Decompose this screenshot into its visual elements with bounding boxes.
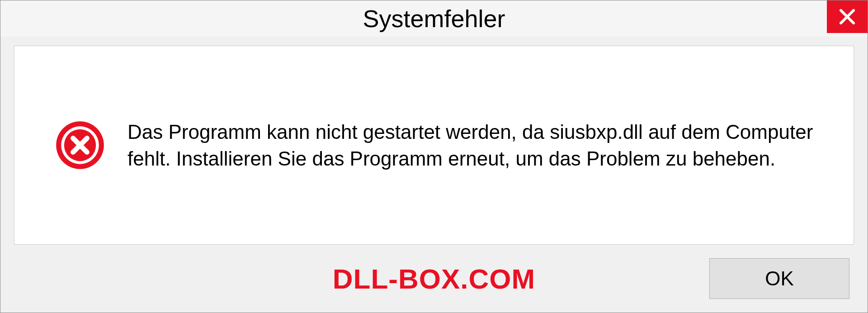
close-button[interactable] <box>827 0 868 33</box>
dialog-footer: DLL-BOX.COM OK <box>0 254 868 313</box>
content-area: Das Programm kann nicht gestartet werden… <box>14 46 854 245</box>
error-message: Das Programm kann nicht gestartet werden… <box>127 119 826 172</box>
error-dialog: Systemfehler Das Programm kann nicht ges… <box>0 0 868 313</box>
ok-button[interactable]: OK <box>709 258 849 299</box>
watermark-text: DLL-BOX.COM <box>333 263 535 295</box>
titlebar: Systemfehler <box>0 0 868 37</box>
ok-button-label: OK <box>765 267 794 290</box>
dialog-title: Systemfehler <box>363 5 505 33</box>
error-icon <box>55 120 105 170</box>
close-icon <box>838 8 856 26</box>
